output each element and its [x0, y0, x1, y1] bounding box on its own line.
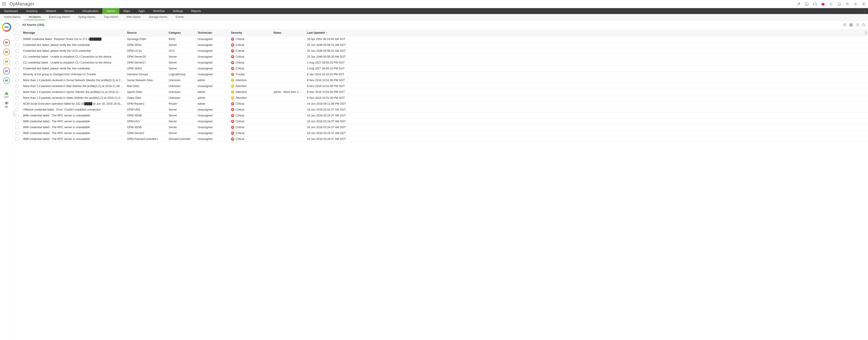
- subnav-events[interactable]: Events: [172, 14, 188, 20]
- row-checkbox[interactable]: [16, 131, 19, 135]
- row-checkbox[interactable]: [16, 67, 19, 70]
- view-grid-icon[interactable]: [849, 23, 853, 27]
- severity-ring[interactable]: 55: [3, 77, 10, 84]
- nav-virtualization[interactable]: Virtualization: [78, 8, 102, 14]
- cell-message[interactable]: More than 1.0 packets received in Sports…: [21, 90, 125, 94]
- filter-search-icon[interactable]: [862, 23, 866, 27]
- col-header[interactable]: Message: [21, 31, 125, 34]
- cell-source[interactable]: OPM-VM1: [125, 108, 166, 111]
- subnav-web-alarms[interactable]: Web Alarms: [122, 14, 145, 20]
- cell-source[interactable]: Video Sites: [125, 96, 166, 99]
- ack-down[interactable]: 86: [4, 101, 8, 109]
- cell-source[interactable]: Social Network Sites: [125, 79, 166, 82]
- subnav-all-alarms[interactable]: All Alarms: [25, 14, 45, 20]
- cell-message[interactable]: WMI credential failed : The RPC server i…: [21, 126, 125, 129]
- cell-message[interactable]: VMware credential failed : Error: Couldn…: [21, 108, 125, 111]
- plug-icon[interactable]: [845, 2, 849, 6]
- gear-icon[interactable]: [854, 2, 858, 6]
- severity-ring[interactable]: 60: [3, 39, 10, 46]
- row-checkbox[interactable]: [16, 114, 19, 117]
- nav-overflow-icon[interactable]: ⋮: [861, 8, 868, 14]
- col-header[interactable]: Severity: [229, 31, 271, 34]
- table-row[interactable]: VMware credential failed : Error: Couldn…: [13, 107, 868, 113]
- table-row[interactable]: Credential test failed, please verify th…: [13, 48, 868, 54]
- col-header[interactable]: Category: [166, 31, 195, 34]
- nav-workflow[interactable]: Workflow: [149, 8, 168, 14]
- cell-message[interactable]: More than 1.0 packets received in Social…: [21, 79, 125, 82]
- row-checkbox[interactable]: [16, 37, 19, 41]
- row-checkbox[interactable]: [16, 120, 19, 123]
- col-header[interactable]: Technician: [195, 31, 229, 34]
- table-row[interactable]: More than 1.0 packets received in Video …: [13, 95, 868, 101]
- table-row[interactable]: More than 1.0 packets received in Sports…: [13, 89, 868, 95]
- cell-source[interactable]: OPM-Server17: [125, 61, 166, 64]
- subnav-event-log-alarms[interactable]: Event Log Alarms: [45, 14, 74, 20]
- view-compact-icon[interactable]: [855, 23, 860, 27]
- nav-reports[interactable]: Reports: [187, 8, 205, 14]
- row-checkbox[interactable]: [16, 49, 19, 53]
- select-all-checkbox[interactable]: [16, 23, 19, 26]
- col-header[interactable]: Notes: [271, 31, 305, 34]
- table-row[interactable]: WMI credential failed : The RPC server i…: [13, 136, 868, 142]
- cell-message[interactable]: NCM Script Execution operation failed fo…: [21, 102, 125, 105]
- table-row[interactable]: Credential test failed, please verify th…: [13, 42, 868, 48]
- view-list-icon[interactable]: [843, 23, 847, 27]
- table-row[interactable]: WMI credential failed : The RPC server i…: [13, 130, 868, 136]
- severity-ring[interactable]: 33: [3, 49, 10, 55]
- cell-message[interactable]: WMI credential failed : The RPC server i…: [21, 131, 125, 135]
- table-row[interactable]: Severity of the group is changed from Un…: [13, 71, 868, 77]
- gift-icon[interactable]: [821, 2, 825, 6]
- severity-ring[interactable]: 13: [3, 58, 10, 65]
- expand-rail-icon[interactable]: ›: [13, 111, 15, 117]
- cell-message[interactable]: Credential test failed, please verify th…: [21, 43, 125, 47]
- cell-source[interactable]: OPM-XEN5: [125, 126, 166, 129]
- cell-source[interactable]: Synology DSM: [125, 37, 166, 41]
- nav-apps[interactable]: Apps: [134, 8, 149, 14]
- table-row[interactable]: WMI credential failed : The RPC server i…: [13, 113, 868, 119]
- cell-source[interactable]: OPM-UCS1: [125, 49, 166, 53]
- nav-maps[interactable]: Maps: [119, 8, 134, 14]
- cell-message[interactable]: WMI credential failed : The RPC server i…: [21, 114, 125, 117]
- cell-source[interactable]: OPM-XEN3: [125, 67, 166, 70]
- rocket-icon[interactable]: [797, 2, 801, 6]
- user-icon[interactable]: [862, 2, 866, 6]
- row-checkbox[interactable]: [16, 102, 19, 105]
- subnav-syslog-alarms[interactable]: Syslog Alarms: [74, 14, 99, 20]
- nav-dashboard[interactable]: Dashboard: [0, 8, 22, 14]
- cell-source[interactable]: OPM-XEN6: [125, 114, 166, 117]
- monitor-icon[interactable]: [805, 2, 809, 6]
- cell-message[interactable]: Credential test failed, please verify th…: [21, 67, 125, 70]
- table-row[interactable]: More than 1.0 packets received in Mail S…: [13, 83, 868, 89]
- cell-message[interactable]: CLI credential failed : Unable to establ…: [21, 55, 125, 58]
- table-row[interactable]: More than 1.0 packets received in Social…: [13, 77, 868, 83]
- subnav-trap-alarms[interactable]: Trap Alarms: [99, 14, 122, 20]
- cell-source[interactable]: OPM-Router1: [125, 102, 166, 105]
- cell-source[interactable]: OPM-DomainController1: [125, 137, 166, 141]
- row-checkbox[interactable]: [16, 73, 19, 76]
- headset-icon[interactable]: [813, 2, 817, 6]
- cell-source[interactable]: Mail Sites: [125, 85, 166, 88]
- cell-source[interactable]: Sports Sites: [125, 90, 166, 94]
- cell-message[interactable]: Credential test failed, please verify th…: [21, 49, 125, 53]
- cell-source[interactable]: Interface Group1: [125, 73, 166, 76]
- table-row[interactable]: CLI credential failed : Unable to establ…: [13, 60, 868, 66]
- cell-message[interactable]: More than 1.0 packets received in Video …: [21, 96, 125, 99]
- table-row[interactable]: WMI credential failed : The RPC server i…: [13, 119, 868, 124]
- row-checkbox[interactable]: [16, 108, 19, 111]
- subnav-storage-alarms[interactable]: Storage Alarms: [145, 14, 172, 20]
- cell-source[interactable]: OPM-XEN1: [125, 43, 166, 47]
- table-row[interactable]: CLI credential failed : Unable to establ…: [13, 54, 868, 60]
- row-checkbox[interactable]: [16, 79, 19, 82]
- cell-message[interactable]: SNMP credential failed : Request Timed O…: [21, 37, 125, 41]
- columns-config-icon[interactable]: [865, 31, 867, 35]
- search-icon[interactable]: [829, 2, 833, 6]
- cell-message[interactable]: Severity of the group is changed from Un…: [21, 73, 125, 76]
- nav-servers[interactable]: Servers: [60, 8, 78, 14]
- table-row[interactable]: Credential test failed, please verify th…: [13, 66, 868, 71]
- col-header[interactable]: Source: [125, 31, 166, 34]
- nav-alarms[interactable]: Alarms: [102, 8, 119, 14]
- severity-ring[interactable]: 32: [3, 68, 10, 74]
- cell-source[interactable]: OPM-Server2: [125, 131, 166, 135]
- ack-up[interactable]: 107: [4, 91, 8, 99]
- nav-settings[interactable]: Settings: [168, 8, 187, 14]
